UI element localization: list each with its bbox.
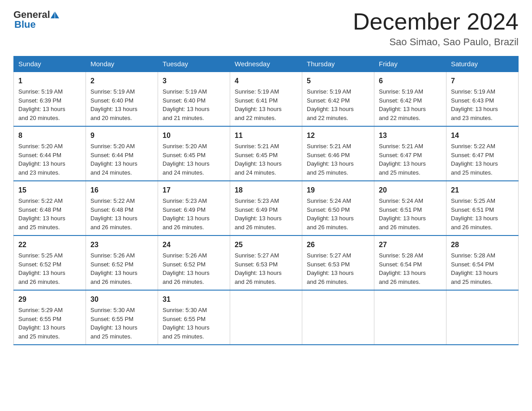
cell-info: Sunrise: 5:26 AMSunset: 6:52 PMDaylight:…	[163, 251, 225, 286]
day-number: 12	[307, 130, 369, 141]
calendar-cell: 18Sunrise: 5:23 AMSunset: 6:49 PMDayligh…	[230, 181, 302, 235]
cell-info: Sunrise: 5:23 AMSunset: 6:49 PMDaylight:…	[163, 197, 225, 231]
day-number: 23	[90, 240, 153, 250]
day-header-thursday: Thursday	[302, 56, 374, 72]
calendar-week-row: 1Sunrise: 5:19 AMSunset: 6:39 PMDaylight…	[14, 72, 519, 126]
day-number: 17	[163, 185, 225, 196]
day-number: 11	[235, 130, 297, 141]
cell-info: Sunrise: 5:19 AMSunset: 6:39 PMDaylight:…	[18, 87, 81, 122]
calendar-cell: 19Sunrise: 5:24 AMSunset: 6:50 PMDayligh…	[302, 181, 374, 235]
cell-info: Sunrise: 5:25 AMSunset: 6:52 PMDaylight:…	[18, 251, 81, 286]
day-header-friday: Friday	[374, 56, 446, 72]
day-number: 3	[163, 76, 225, 86]
calendar-cell: 16Sunrise: 5:22 AMSunset: 6:48 PMDayligh…	[86, 181, 158, 235]
calendar-header-row: SundayMondayTuesdayWednesdayThursdayFrid…	[14, 56, 519, 72]
calendar-cell: 5Sunrise: 5:19 AMSunset: 6:42 PMDaylight…	[302, 72, 374, 126]
day-number: 27	[379, 240, 442, 250]
cell-info: Sunrise: 5:19 AMSunset: 6:40 PMDaylight:…	[163, 87, 225, 122]
calendar-week-row: 22Sunrise: 5:25 AMSunset: 6:52 PMDayligh…	[14, 235, 519, 290]
cell-info: Sunrise: 5:22 AMSunset: 6:48 PMDaylight:…	[18, 197, 81, 231]
cell-info: Sunrise: 5:24 AMSunset: 6:51 PMDaylight:…	[379, 197, 442, 231]
cell-info: Sunrise: 5:19 AMSunset: 6:42 PMDaylight:…	[307, 87, 369, 122]
day-number: 1	[18, 76, 81, 86]
day-number: 14	[451, 130, 514, 141]
cell-info: Sunrise: 5:19 AMSunset: 6:41 PMDaylight:…	[235, 87, 297, 122]
calendar-cell: 23Sunrise: 5:26 AMSunset: 6:52 PMDayligh…	[86, 235, 158, 290]
day-header-tuesday: Tuesday	[158, 56, 230, 72]
month-title: December 2024	[353, 9, 519, 34]
calendar-cell: 13Sunrise: 5:21 AMSunset: 6:47 PMDayligh…	[374, 126, 446, 181]
day-number: 22	[18, 240, 81, 250]
cell-info: Sunrise: 5:21 AMSunset: 6:47 PMDaylight:…	[379, 142, 442, 177]
cell-info: Sunrise: 5:20 AMSunset: 6:44 PMDaylight:…	[90, 142, 153, 177]
logo-area: General Blue	[13, 9, 59, 30]
cell-info: Sunrise: 5:24 AMSunset: 6:50 PMDaylight:…	[307, 197, 369, 231]
day-number: 30	[90, 294, 153, 305]
day-header-monday: Monday	[86, 56, 158, 72]
calendar-week-row: 15Sunrise: 5:22 AMSunset: 6:48 PMDayligh…	[14, 181, 519, 235]
day-header-sunday: Sunday	[14, 56, 86, 72]
cell-info: Sunrise: 5:28 AMSunset: 6:54 PMDaylight:…	[451, 251, 514, 286]
calendar-cell: 17Sunrise: 5:23 AMSunset: 6:49 PMDayligh…	[158, 181, 230, 235]
cell-info: Sunrise: 5:29 AMSunset: 6:55 PMDaylight:…	[18, 306, 81, 341]
calendar-cell: 26Sunrise: 5:27 AMSunset: 6:53 PMDayligh…	[302, 235, 374, 290]
cell-info: Sunrise: 5:21 AMSunset: 6:46 PMDaylight:…	[307, 142, 369, 177]
day-number: 8	[18, 130, 81, 141]
day-number: 16	[90, 185, 153, 196]
calendar-table: SundayMondayTuesdayWednesdayThursdayFrid…	[13, 56, 519, 345]
calendar-cell	[230, 290, 302, 345]
cell-info: Sunrise: 5:25 AMSunset: 6:51 PMDaylight:…	[451, 197, 514, 231]
cell-info: Sunrise: 5:19 AMSunset: 6:43 PMDaylight:…	[451, 87, 514, 122]
calendar-cell: 8Sunrise: 5:20 AMSunset: 6:44 PMDaylight…	[14, 126, 86, 181]
calendar-cell: 20Sunrise: 5:24 AMSunset: 6:51 PMDayligh…	[374, 181, 446, 235]
day-number: 4	[235, 76, 297, 86]
location-subtitle: Sao Simao, Sao Paulo, Brazil	[353, 36, 519, 48]
cell-info: Sunrise: 5:27 AMSunset: 6:53 PMDaylight:…	[235, 251, 297, 286]
day-number: 19	[307, 185, 369, 196]
calendar-week-row: 29Sunrise: 5:29 AMSunset: 6:55 PMDayligh…	[14, 290, 519, 345]
cell-info: Sunrise: 5:22 AMSunset: 6:47 PMDaylight:…	[451, 142, 514, 177]
calendar-cell: 15Sunrise: 5:22 AMSunset: 6:48 PMDayligh…	[14, 181, 86, 235]
cell-info: Sunrise: 5:28 AMSunset: 6:54 PMDaylight:…	[379, 251, 442, 286]
calendar-cell: 25Sunrise: 5:27 AMSunset: 6:53 PMDayligh…	[230, 235, 302, 290]
cell-info: Sunrise: 5:23 AMSunset: 6:49 PMDaylight:…	[235, 197, 297, 231]
calendar-cell: 14Sunrise: 5:22 AMSunset: 6:47 PMDayligh…	[446, 126, 519, 181]
day-number: 2	[90, 76, 153, 86]
calendar-cell: 1Sunrise: 5:19 AMSunset: 6:39 PMDaylight…	[14, 72, 86, 126]
cell-info: Sunrise: 5:20 AMSunset: 6:44 PMDaylight:…	[18, 142, 81, 177]
calendar-cell: 22Sunrise: 5:25 AMSunset: 6:52 PMDayligh…	[14, 235, 86, 290]
cell-info: Sunrise: 5:19 AMSunset: 6:40 PMDaylight:…	[90, 87, 153, 122]
cell-info: Sunrise: 5:21 AMSunset: 6:45 PMDaylight:…	[235, 142, 297, 177]
calendar-cell: 11Sunrise: 5:21 AMSunset: 6:45 PMDayligh…	[230, 126, 302, 181]
calendar-cell: 9Sunrise: 5:20 AMSunset: 6:44 PMDaylight…	[86, 126, 158, 181]
day-number: 29	[18, 294, 81, 305]
calendar-cell: 10Sunrise: 5:20 AMSunset: 6:45 PMDayligh…	[158, 126, 230, 181]
cell-info: Sunrise: 5:22 AMSunset: 6:48 PMDaylight:…	[90, 197, 153, 231]
day-number: 7	[451, 76, 514, 86]
day-header-saturday: Saturday	[446, 56, 519, 72]
cell-info: Sunrise: 5:26 AMSunset: 6:52 PMDaylight:…	[90, 251, 153, 286]
calendar-cell: 2Sunrise: 5:19 AMSunset: 6:40 PMDaylight…	[86, 72, 158, 126]
calendar-cell	[302, 290, 374, 345]
day-number: 21	[451, 185, 514, 196]
day-number: 5	[307, 76, 369, 86]
calendar-cell: 7Sunrise: 5:19 AMSunset: 6:43 PMDaylight…	[446, 72, 519, 126]
calendar-cell: 28Sunrise: 5:28 AMSunset: 6:54 PMDayligh…	[446, 235, 519, 290]
day-number: 31	[163, 294, 225, 305]
cell-info: Sunrise: 5:19 AMSunset: 6:42 PMDaylight:…	[379, 87, 442, 122]
calendar-week-row: 8Sunrise: 5:20 AMSunset: 6:44 PMDaylight…	[14, 126, 519, 181]
calendar-cell: 29Sunrise: 5:29 AMSunset: 6:55 PMDayligh…	[14, 290, 86, 345]
day-number: 20	[379, 185, 442, 196]
day-number: 25	[235, 240, 297, 250]
calendar-cell: 21Sunrise: 5:25 AMSunset: 6:51 PMDayligh…	[446, 181, 519, 235]
day-number: 10	[163, 130, 225, 141]
day-number: 13	[379, 130, 442, 141]
day-number: 28	[451, 240, 514, 250]
cell-info: Sunrise: 5:30 AMSunset: 6:55 PMDaylight:…	[90, 306, 153, 341]
title-area: December 2024 Sao Simao, Sao Paulo, Braz…	[353, 9, 519, 48]
day-number: 9	[90, 130, 153, 141]
cell-info: Sunrise: 5:20 AMSunset: 6:45 PMDaylight:…	[163, 142, 225, 177]
day-number: 18	[235, 185, 297, 196]
day-number: 24	[163, 240, 225, 250]
calendar-cell: 4Sunrise: 5:19 AMSunset: 6:41 PMDaylight…	[230, 72, 302, 126]
